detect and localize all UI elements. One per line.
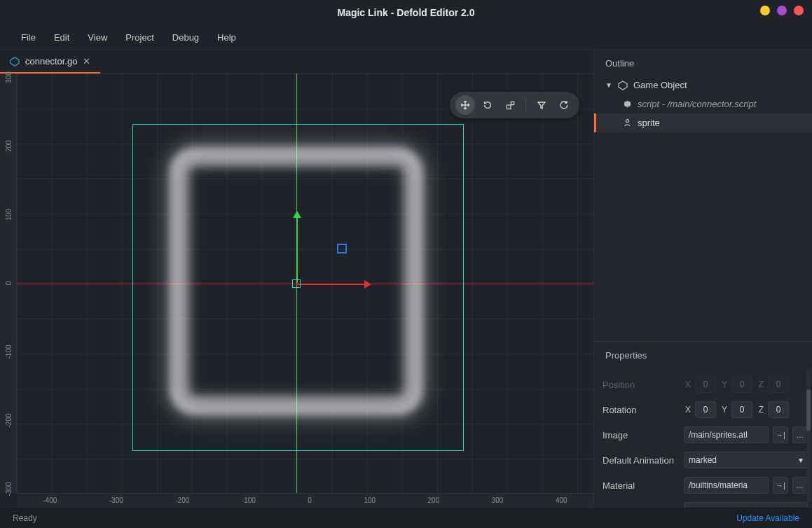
image-path-input[interactable] — [684, 426, 769, 443]
default-animation-select[interactable]: marked ▾ — [684, 452, 808, 468]
outline-label: Game Object — [633, 80, 687, 90]
position-y-input[interactable] — [731, 376, 752, 393]
rotation-x-input[interactable] — [695, 401, 716, 418]
browse-button[interactable]: … — [792, 426, 808, 443]
maximize-button[interactable] — [777, 6, 787, 15]
gizmo-origin[interactable] — [292, 279, 301, 288]
menu-debug[interactable]: Debug — [172, 32, 199, 43]
chevron-down-icon: ▾ — [799, 506, 803, 507]
ruler-y-tick: 300 — [5, 69, 13, 86]
goto-resource-button[interactable]: →| — [773, 477, 788, 494]
select-value: Add — [689, 506, 703, 507]
caret-down-icon[interactable]: ▼ — [605, 81, 612, 89]
ruler-x-tick: -100 — [242, 496, 256, 504]
ruler-x-tick: -300 — [109, 496, 123, 504]
update-available-link[interactable]: Update Available — [736, 513, 799, 523]
close-button[interactable] — [794, 6, 804, 15]
outline-title: Outline — [594, 50, 812, 76]
chevron-down-icon: ▾ — [799, 455, 803, 465]
goto-resource-button[interactable]: →| — [773, 426, 788, 443]
tab-label: connector.go — [25, 56, 77, 67]
properties-panel: Properties Position X Y Z Rotation — [594, 342, 812, 507]
ruler-x-tick: 0 — [308, 496, 312, 504]
position-z-input[interactable] — [768, 376, 789, 393]
rotation-z-input[interactable] — [768, 401, 789, 418]
ruler-x-tick: -400 — [43, 496, 57, 504]
prop-default-animation: Default Animation marked ▾ — [603, 452, 808, 468]
minimize-button[interactable] — [760, 6, 770, 15]
prop-label-material: Material — [603, 480, 680, 491]
scale-tool[interactable] — [500, 95, 520, 115]
prop-blend-mode: Blend Mode Add ▾ — [603, 502, 808, 507]
ruler-y-tick: -300 — [5, 481, 13, 498]
ruler-y-tick: -200 — [5, 412, 13, 429]
ruler-y-tick: 0 — [5, 275, 13, 292]
scene-viewport[interactable]: 300 200 100 0 -100 -200 -300 — [0, 74, 593, 507]
ruler-x-tick: -200 — [175, 496, 189, 504]
toolbar-separator — [525, 98, 526, 112]
outline-label: script - /main/connector.script — [638, 99, 756, 109]
outline-panel: Outline ▼ Game Object script - /main/con… — [594, 50, 812, 342]
ruler-x-tick: 100 — [364, 496, 376, 504]
properties-scrollbar[interactable] — [806, 368, 811, 503]
ruler-y-tick: 200 — [5, 138, 13, 155]
scene-toolbar — [450, 92, 579, 118]
position-x-input[interactable] — [695, 376, 716, 393]
material-path-input[interactable] — [684, 477, 769, 494]
menu-file[interactable]: File — [21, 32, 36, 43]
prop-image: Image →| … — [603, 426, 808, 443]
move-tool[interactable] — [455, 95, 475, 115]
browse-button[interactable]: … — [792, 477, 808, 494]
ruler-vertical: 300 200 100 0 -100 -200 -300 — [0, 74, 17, 493]
status-bar: Ready Update Available — [0, 507, 812, 528]
editor-pane: connector.go ✕ 300 200 100 0 -100 -200 -… — [0, 50, 593, 507]
ruler-y-tick: -100 — [5, 344, 13, 361]
refresh-tool[interactable] — [554, 95, 574, 115]
svg-point-4 — [626, 120, 628, 123]
prop-material: Material →| … — [603, 477, 808, 494]
main-area: connector.go ✕ 300 200 100 0 -100 -200 -… — [0, 49, 812, 507]
tab-close-icon[interactable]: ✕ — [83, 57, 90, 66]
scrollbar-thumb[interactable] — [806, 389, 811, 431]
svg-marker-3 — [619, 81, 627, 90]
axis-label-z: Z — [757, 380, 764, 389]
ruler-y-tick: 100 — [5, 207, 13, 223]
visibility-filter-tool[interactable] — [532, 95, 551, 115]
prop-position: Position X Y Z — [603, 376, 808, 393]
prop-label-default-animation: Default Animation — [603, 455, 680, 466]
blend-mode-select[interactable]: Add ▾ — [684, 502, 808, 507]
menu-help[interactable]: Help — [217, 32, 236, 43]
axis-label-x: X — [684, 405, 691, 415]
outline-game-object[interactable]: ▼ Game Object — [594, 76, 812, 95]
svg-marker-0 — [11, 57, 19, 66]
tab-connector-go[interactable]: connector.go ✕ — [0, 50, 100, 73]
outline-label: sprite — [638, 118, 660, 128]
axis-label-z: Z — [757, 405, 764, 415]
rotate-tool[interactable] — [478, 95, 497, 115]
window-title: Magic Link - Defold Editor 2.0 — [337, 7, 474, 18]
prop-label-image: Image — [603, 430, 680, 440]
menu-edit[interactable]: Edit — [54, 32, 69, 43]
ruler-x-tick: 200 — [428, 496, 440, 504]
select-value: marked — [689, 455, 717, 465]
game-object-icon — [618, 81, 628, 90]
gizmo-x-axis[interactable] — [296, 284, 366, 285]
prop-rotation: Rotation X Y Z — [603, 401, 808, 418]
menu-bar: File Edit View Project Debug Help — [0, 25, 812, 49]
scene-canvas[interactable] — [17, 74, 593, 493]
svg-rect-1 — [507, 105, 511, 109]
game-object-icon — [10, 57, 20, 67]
menu-view[interactable]: View — [88, 32, 107, 43]
outline-script[interactable]: script - /main/connector.script — [594, 95, 812, 113]
right-sidebar: Outline ▼ Game Object script - /main/con… — [593, 50, 812, 507]
properties-title: Properties — [594, 342, 812, 368]
window-controls — [760, 6, 804, 15]
sprite-icon — [622, 118, 632, 128]
gizmo-z-plane[interactable] — [337, 244, 347, 253]
menu-project[interactable]: Project — [125, 32, 153, 43]
rotation-y-input[interactable] — [731, 401, 752, 418]
gizmo-y-axis[interactable] — [296, 216, 298, 284]
outline-sprite[interactable]: sprite — [594, 113, 812, 132]
title-bar: Magic Link - Defold Editor 2.0 — [0, 0, 812, 25]
prop-label-rotation: Rotation — [603, 405, 680, 415]
